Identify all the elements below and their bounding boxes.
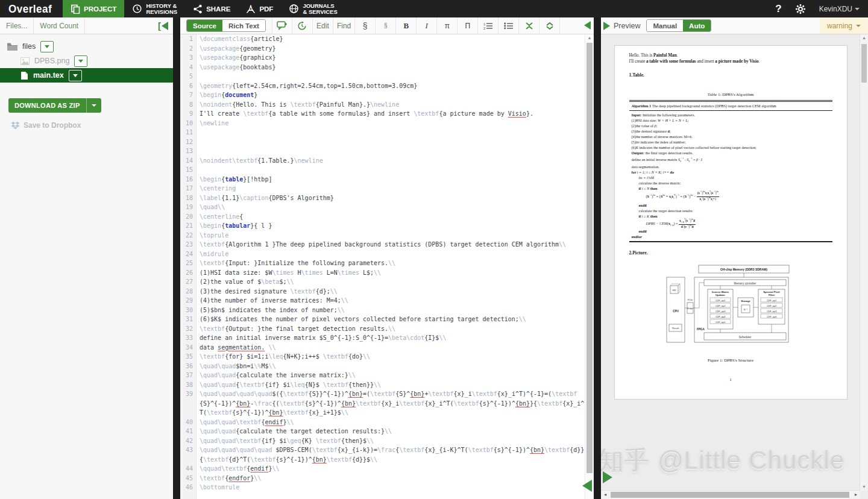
code-line[interactable]: 15 bbox=[180, 165, 585, 175]
scroll-up-arrow[interactable]: ▲ bbox=[585, 34, 594, 42]
nav-share[interactable]: SHARE bbox=[185, 0, 238, 17]
section-button[interactable]: § bbox=[355, 17, 376, 34]
numbered-list-button[interactable]: 12 bbox=[478, 17, 498, 34]
code-line[interactable]: 16\begin{table}[!htbp] bbox=[180, 175, 585, 184]
code-line[interactable]: 42\quad\quad\textbf{if} $i\geq{K} \textb… bbox=[180, 436, 585, 446]
code-line[interactable]: 29(4)the number of inverse matrices: M=4… bbox=[180, 296, 585, 306]
code-line[interactable]: 44\qquad\textbf{endif}\\ bbox=[180, 464, 585, 474]
code-line[interactable]: 27(2)the value of $\beta$;\\ bbox=[180, 277, 585, 287]
code-line[interactable]: 30(5)$bn$ indicates the index of number;… bbox=[180, 306, 585, 315]
code-line[interactable]: 25\textbf{Input: }Initialize the followi… bbox=[180, 259, 585, 268]
code-line[interactable]: 33define an initial inverse matrix $S_0^… bbox=[180, 333, 585, 343]
tab-source[interactable]: Source bbox=[187, 20, 222, 31]
history-button[interactable] bbox=[292, 17, 313, 34]
code-line[interactable]: 45\textbf{endfor}\\ bbox=[180, 474, 585, 483]
collapse-lines-button[interactable] bbox=[519, 17, 539, 34]
code-line[interactable]: 43\quad\quad\quad\quad $DPBS-CEM(\textbf… bbox=[180, 445, 585, 464]
code-line[interactable]: 38\quad\quad{\textbf{if} $i\leq{N}$ \tex… bbox=[180, 380, 585, 390]
code-line[interactable]: 19\quad\\ bbox=[180, 202, 585, 212]
code-line[interactable]: 18\label{1.1}\caption{DPBS's Algorithm} bbox=[180, 193, 585, 203]
code-line[interactable]: 41\quad\quad{calculate the target detect… bbox=[180, 427, 585, 436]
code-line[interactable]: 3\usepackage{graphicx} bbox=[180, 53, 585, 63]
scrollbar-thumb[interactable] bbox=[587, 43, 593, 473]
code-line[interactable]: 37\quad\quad{calculate the inverse matri… bbox=[180, 371, 585, 380]
code-line[interactable]: 21\begin{tabular}{ l } bbox=[180, 221, 585, 231]
code-line[interactable]: 11 bbox=[180, 128, 585, 137]
file-dropdown-button[interactable] bbox=[74, 55, 87, 67]
code-line[interactable]: 32\textbf{Output: }the final target dete… bbox=[180, 324, 585, 334]
code-line[interactable]: 40\quad\quad\textbf{endif}\\ bbox=[180, 418, 585, 427]
subsection-button[interactable]: § bbox=[376, 17, 396, 34]
code-line[interactable]: 20\centerline{ bbox=[180, 212, 585, 222]
scroll-down-arrow[interactable]: ▼ bbox=[860, 483, 868, 491]
scroll-left-arrow[interactable]: ◂ bbox=[601, 491, 609, 499]
nav-project[interactable]: PROJECT bbox=[63, 0, 124, 17]
add-comment-button[interactable] bbox=[272, 17, 292, 34]
overleaf-logo[interactable]: Overleaf bbox=[0, 0, 63, 17]
code-line[interactable]: 7\begin{document} bbox=[180, 90, 585, 100]
code-line[interactable]: 5 bbox=[180, 72, 585, 81]
download-zip-button[interactable]: DOWNLOAD AS ZIP bbox=[8, 98, 86, 113]
expand-lines-button[interactable] bbox=[539, 17, 560, 34]
nav-history-revisions[interactable]: HISTORY &REVISIONS bbox=[124, 0, 185, 17]
warning-dropdown[interactable]: warning bbox=[820, 17, 868, 34]
file-dropdown-button[interactable] bbox=[69, 70, 82, 81]
code-editor[interactable]: 1\documentclass{article}2\usepackage{geo… bbox=[180, 34, 585, 499]
display-math-button[interactable]: Π bbox=[458, 17, 478, 34]
help-button[interactable]: ? bbox=[775, 3, 781, 15]
pane-divider[interactable] bbox=[173, 17, 180, 499]
code-line[interactable]: 28(3)the desired signature \textbf{d};\\ bbox=[180, 287, 585, 297]
collapse-editor-button[interactable] bbox=[584, 21, 591, 30]
auto-mode-button[interactable]: Auto bbox=[683, 20, 711, 31]
pane-divider[interactable] bbox=[594, 17, 601, 499]
expand-preview-bottom-button[interactable] bbox=[603, 471, 612, 483]
tree-folder-files[interactable]: files bbox=[0, 39, 173, 54]
code-line[interactable]: 13 bbox=[180, 146, 585, 156]
code-line[interactable]: 34data segmentation. \\ bbox=[180, 343, 585, 353]
download-zip-caret-button[interactable] bbox=[86, 98, 101, 113]
scroll-up-arrow[interactable]: ▲ bbox=[860, 34, 868, 42]
code-line[interactable]: 2\usepackage{geometry} bbox=[180, 44, 585, 54]
bold-button[interactable]: B bbox=[396, 17, 417, 34]
word-count-button[interactable]: Word Count bbox=[34, 17, 85, 34]
code-line[interactable]: 36\quad\quad$bn=i\%M$\\ bbox=[180, 362, 585, 371]
code-line[interactable]: 46\bottomrule bbox=[180, 483, 585, 492]
italic-button[interactable]: I bbox=[417, 17, 437, 34]
expand-preview-button[interactable] bbox=[603, 22, 610, 30]
code-line[interactable]: 9I'll create \textbf{a table with some f… bbox=[180, 109, 585, 119]
scrollbar-thumb[interactable] bbox=[861, 44, 867, 83]
code-line[interactable]: 6\geometry{left=2.54cm,right=2.54cm,top=… bbox=[180, 81, 585, 91]
code-line[interactable]: 22\toprule bbox=[180, 231, 585, 240]
folder-dropdown-button[interactable] bbox=[40, 41, 54, 52]
code-line[interactable]: 26(1)HSI data size: $W\times H\times L=N… bbox=[180, 268, 585, 278]
code-line[interactable]: 24\midrule bbox=[180, 250, 585, 259]
code-line[interactable]: 1\documentclass{article} bbox=[180, 34, 585, 44]
scroll-right-arrow[interactable]: ▸ bbox=[852, 491, 860, 499]
inline-math-button[interactable]: π bbox=[437, 17, 458, 34]
manual-mode-button[interactable]: Manual bbox=[647, 20, 683, 31]
tree-file-dpbs-png[interactable]: DPBS.png bbox=[0, 54, 173, 68]
tree-file-main-tex[interactable]: main.tex bbox=[0, 68, 173, 83]
preview-horizontal-scrollbar[interactable]: ◂ ▸ bbox=[601, 490, 860, 499]
nav-pdf[interactable]: PDF bbox=[238, 0, 281, 17]
code-line[interactable]: 12 bbox=[180, 137, 585, 147]
code-line[interactable]: 10\newline bbox=[180, 119, 585, 128]
bullet-list-button[interactable] bbox=[498, 17, 519, 34]
code-line[interactable]: 39\quad\quad\quad\quad$({\textbf{S}}^{-1… bbox=[180, 389, 585, 418]
code-line[interactable]: 17\centering bbox=[180, 184, 585, 193]
code-line[interactable]: 4\usepackage{booktabs} bbox=[180, 63, 585, 72]
files-button[interactable]: Files... bbox=[0, 17, 34, 34]
collapse-editor-bottom-button[interactable] bbox=[582, 480, 592, 492]
code-line[interactable]: 23\textbf{Algorithm 1 }The deep pipeline… bbox=[180, 240, 585, 250]
edit-button[interactable]: Edit bbox=[313, 17, 333, 34]
editor-vertical-scrollbar[interactable]: ▲ bbox=[585, 34, 594, 499]
user-menu[interactable]: KevinXDU bbox=[819, 5, 860, 13]
collapse-sidebar-button[interactable]: [ bbox=[158, 20, 168, 31]
code-line[interactable]: 35\textbf{for} $i=1;i\leq{N+K};i++$ \tex… bbox=[180, 352, 585, 362]
nav-journals-services[interactable]: JOURNALS& SERVICES bbox=[281, 0, 345, 17]
code-line[interactable]: 31(6)$K$ indicates the number of pixel v… bbox=[180, 315, 585, 324]
preview-vertical-scrollbar[interactable]: ▲ ▼ bbox=[860, 34, 868, 491]
settings-gear-icon[interactable] bbox=[795, 4, 806, 14]
tab-rich-text[interactable]: Rich Text bbox=[222, 20, 265, 31]
find-button[interactable]: Find bbox=[333, 17, 355, 34]
